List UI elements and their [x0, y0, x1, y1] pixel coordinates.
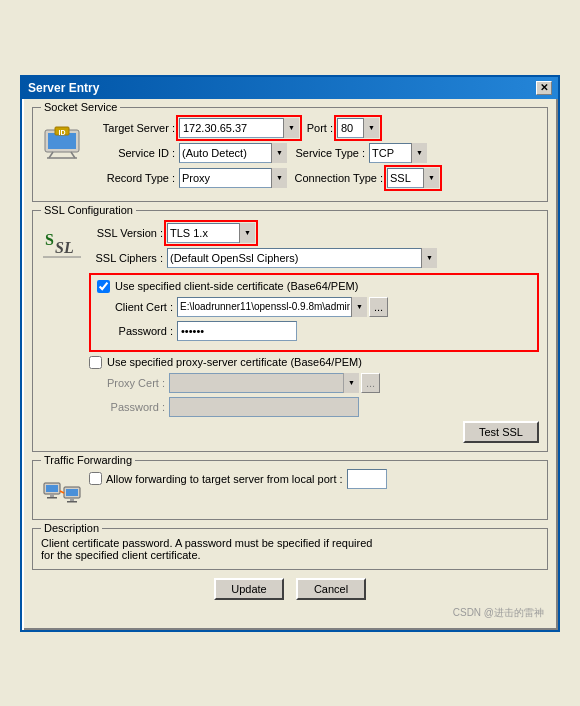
client-cert-checkbox-row: Use specified client-side certificate (B…: [97, 280, 531, 293]
update-button[interactable]: Update: [214, 578, 284, 600]
client-password-label: Password :: [97, 325, 177, 337]
svg-text:ID: ID: [59, 129, 66, 136]
client-cert-select[interactable]: E:\loadrunner11\openssl-0.9.8m\admin149.…: [177, 297, 367, 317]
client-cert-checkbox-label: Use specified client-side certificate (B…: [115, 280, 358, 292]
proxy-password-label: Password :: [89, 401, 169, 413]
port-wrap: ▼: [337, 118, 379, 138]
connection-type-select[interactable]: SSL: [387, 168, 439, 188]
svg-text:SL: SL: [55, 239, 74, 256]
record-type-label: Record Type :: [89, 172, 179, 184]
proxy-cert-checkbox-label: Use specified proxy-server certificate (…: [107, 356, 362, 368]
proxy-cert-label: Proxy Cert :: [89, 377, 169, 389]
ssl-version-label: SSL Version :: [89, 227, 167, 239]
ssl-config-label: SSL Configuration: [41, 204, 136, 216]
proxy-cert-browse-button: ...: [361, 373, 380, 393]
proxy-cert-section: Use specified proxy-server certificate (…: [89, 356, 539, 417]
ssl-version-row: SSL Version : TLS 1.x SSL 2.0 SSL 3.0 ▼: [89, 223, 539, 243]
description-text: Client certificate password. A password …: [41, 537, 539, 561]
traffic-icon: [41, 473, 83, 511]
cancel-button[interactable]: Cancel: [296, 578, 366, 600]
service-type-select[interactable]: TCP: [369, 143, 427, 163]
bottom-buttons: Update Cancel: [32, 578, 548, 600]
client-cert-browse-button[interactable]: ...: [369, 297, 388, 317]
svg-rect-15: [66, 489, 78, 496]
close-button[interactable]: ✕: [536, 81, 552, 95]
description-group: Description Client certificate password.…: [32, 528, 548, 570]
record-type-select[interactable]: Proxy: [179, 168, 287, 188]
socket-service-icon: ID: [41, 122, 83, 160]
ssl-version-select[interactable]: TLS 1.x SSL 2.0 SSL 3.0: [167, 223, 255, 243]
service-type-wrap: TCP ▼: [369, 143, 427, 163]
svg-line-5: [71, 152, 75, 158]
svg-line-4: [49, 152, 53, 158]
test-ssl-row: Test SSL: [89, 421, 539, 443]
proxy-cert-checkbox[interactable]: [89, 356, 102, 369]
svg-rect-13: [47, 497, 57, 499]
target-server-wrap: ▼: [179, 118, 299, 138]
port-input[interactable]: [337, 118, 379, 138]
client-cert-section: Use specified client-side certificate (B…: [89, 273, 539, 352]
service-id-row: Service ID : (Auto Detect) ▼ Service Typ…: [89, 143, 539, 163]
window-title: Server Entry: [28, 81, 99, 95]
service-id-label: Service ID :: [89, 147, 179, 159]
socket-service-label: Socket Service: [41, 101, 120, 113]
svg-rect-12: [50, 494, 54, 497]
ssl-icon: S SL: [41, 225, 83, 263]
socket-service-group: Socket Service ID: [32, 107, 548, 202]
proxy-cert-input: [169, 373, 359, 393]
client-cert-wrap: E:\loadrunner11\openssl-0.9.8m\admin149.…: [177, 297, 367, 317]
proxy-password-row: Password :: [89, 397, 539, 417]
client-cert-label: Client Cert :: [97, 301, 177, 313]
ssl-ciphers-select[interactable]: (Default OpenSsl Ciphers): [167, 248, 437, 268]
ssl-config-group: SSL Configuration S SL SSL Version :: [32, 210, 548, 452]
svg-rect-11: [46, 485, 58, 492]
forwarding-port-input[interactable]: [347, 469, 387, 489]
socket-fields: Target Server : ▼ Port : ▼ Servic: [89, 118, 539, 193]
client-password-input[interactable]: [177, 321, 297, 341]
svg-rect-17: [67, 501, 77, 503]
svg-line-18: [60, 491, 64, 493]
proxy-password-input: [169, 397, 359, 417]
traffic-inner: Allow forwarding to target server from l…: [89, 469, 387, 489]
proxy-cert-checkbox-row: Use specified proxy-server certificate (…: [89, 356, 539, 369]
record-type-row: Record Type : Proxy ▼ Connection Type : …: [89, 168, 539, 188]
titlebar: Server Entry ✕: [22, 77, 558, 99]
connection-type-wrap: SSL ▼: [387, 168, 439, 188]
svg-rect-16: [70, 498, 74, 501]
connection-type-label: Connection Type :: [287, 172, 387, 184]
ssl-ciphers-wrap: (Default OpenSsl Ciphers) ▼: [167, 248, 437, 268]
allow-forwarding-checkbox[interactable]: [89, 472, 102, 485]
port-label: Port :: [299, 122, 337, 134]
test-ssl-button[interactable]: Test SSL: [463, 421, 539, 443]
service-id-select[interactable]: (Auto Detect): [179, 143, 287, 163]
target-server-input[interactable]: [179, 118, 299, 138]
description-content: Client certificate password. A password …: [41, 537, 372, 561]
target-server-row: Target Server : ▼ Port : ▼: [89, 118, 539, 138]
client-cert-field-row: Client Cert : E:\loadrunner11\openssl-0.…: [97, 297, 531, 317]
description-label: Description: [41, 522, 102, 534]
traffic-forwarding-label: Traffic Forwarding: [41, 454, 135, 466]
target-server-label: Target Server :: [89, 122, 179, 134]
ssl-ciphers-label: SSL Ciphers :: [89, 252, 167, 264]
service-type-label: Service Type :: [287, 147, 369, 159]
client-password-row: Password :: [97, 321, 531, 341]
service-id-wrap: (Auto Detect) ▼: [179, 143, 287, 163]
client-cert-checkbox[interactable]: [97, 280, 110, 293]
proxy-cert-wrap: ▼: [169, 373, 359, 393]
main-window: Server Entry ✕ Socket Service ID: [20, 75, 560, 632]
record-type-wrap: Proxy ▼: [179, 168, 287, 188]
svg-text:S: S: [45, 231, 54, 248]
watermark: CSDN @进击的雷神: [32, 606, 548, 622]
allow-forwarding-label: Allow forwarding to target server from l…: [106, 473, 343, 485]
ssl-ciphers-row: SSL Ciphers : (Default OpenSsl Ciphers) …: [89, 248, 539, 268]
traffic-forwarding-group: Traffic Forwarding: [32, 460, 548, 520]
ssl-version-wrap: TLS 1.x SSL 2.0 SSL 3.0 ▼: [167, 223, 255, 243]
proxy-cert-field-row: Proxy Cert : ▼ ...: [89, 373, 539, 393]
